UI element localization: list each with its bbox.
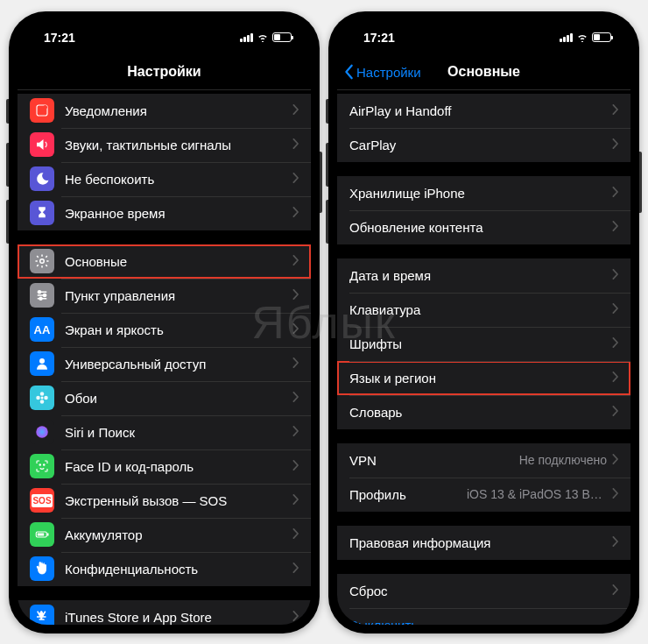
appstore-icon <box>30 605 54 625</box>
row-shutdown[interactable]: Выключить <box>337 608 630 625</box>
chevron-right-icon <box>292 492 299 508</box>
row-sounds[interactable]: Звуки, тактильные сигналы <box>18 128 311 162</box>
row-controlcenter[interactable]: Пункт управления <box>18 279 311 313</box>
row-label: Экранное время <box>65 206 292 221</box>
chevron-right-icon <box>612 452 618 468</box>
row-label: Siri и Поиск <box>65 425 292 440</box>
chevron-right-icon <box>612 370 618 386</box>
chevron-right-icon <box>612 219 618 235</box>
row-label: Конфиденциальность <box>65 562 292 577</box>
row-screentime[interactable]: Экранное время <box>18 196 311 230</box>
svg-point-9 <box>40 400 45 404</box>
back-button[interactable]: Настройки <box>344 64 421 80</box>
row-label: Дата и время <box>349 268 612 283</box>
chevron-right-icon <box>292 205 299 221</box>
row-label: Профиль <box>349 487 467 502</box>
row-accessibility[interactable]: Универсальный доступ <box>18 347 311 381</box>
svg-point-14 <box>44 464 46 466</box>
chevron-right-icon <box>292 103 299 118</box>
chevron-right-icon <box>612 103 618 118</box>
svg-point-13 <box>39 464 41 466</box>
svg-point-6 <box>39 358 45 364</box>
row-label: Словарь <box>349 405 612 420</box>
row-label: Универсальный доступ <box>65 357 292 372</box>
chevron-right-icon <box>612 185 618 201</box>
chevron-right-icon <box>292 609 299 625</box>
row-label: VPN <box>349 453 519 468</box>
svg-point-11 <box>44 396 48 400</box>
svg-point-5 <box>39 297 42 300</box>
row-notifications[interactable]: Уведомления <box>18 94 311 128</box>
row-label: CarPlay <box>349 138 612 152</box>
row-datetime[interactable]: Дата и время <box>337 258 630 293</box>
row-dnd[interactable]: Не беспокоить <box>18 162 311 196</box>
status-time: 17:21 <box>44 31 75 45</box>
chevron-right-icon <box>612 301 618 317</box>
row-detail: Не подключено <box>519 453 607 467</box>
svg-point-3 <box>39 291 41 294</box>
hourglass-icon <box>30 201 54 225</box>
row-refresh[interactable]: Обновление контента <box>337 210 630 244</box>
moon-icon <box>30 166 54 191</box>
sliders-icon <box>30 283 54 308</box>
row-itunes[interactable]: iTunes Store и App Store <box>18 600 311 625</box>
row-keyboard[interactable]: Клавиатура <box>337 293 630 327</box>
row-label: Основные <box>65 254 292 269</box>
nav-bar: Настройки <box>18 55 311 90</box>
svg-point-4 <box>44 294 46 297</box>
chevron-right-icon <box>612 534 618 550</box>
speaker-icon <box>30 132 54 157</box>
row-label: Шрифты <box>349 336 612 351</box>
row-reset[interactable]: Сброс <box>337 574 630 608</box>
row-fonts[interactable]: Шрифты <box>337 327 630 361</box>
phone-left: 17:21 Настройки УведомленияЗвуки, тактил… <box>9 11 320 633</box>
row-label: Язык и регион <box>349 371 612 386</box>
row-label: Уведомления <box>65 103 292 118</box>
row-label: Звуки, тактильные сигналы <box>65 138 292 152</box>
battery-icon <box>592 32 611 42</box>
row-profile[interactable]: ПрофильiOS 13 & iPadOS 13 Beta Software.… <box>337 478 630 512</box>
row-siri[interactable]: Siri и Поиск <box>18 415 311 449</box>
svg-point-7 <box>41 397 44 400</box>
row-display[interactable]: AAЭкран и яркость <box>18 313 311 347</box>
row-wallpaper[interactable]: Обои <box>18 381 311 415</box>
AA-icon: AA <box>30 317 54 342</box>
row-label: Правовая информация <box>349 535 612 550</box>
row-airplay[interactable]: AirPlay и Handoff <box>337 94 630 128</box>
svg-rect-17 <box>47 534 49 536</box>
row-vpn[interactable]: VPNНе подключено <box>337 443 630 478</box>
chevron-right-icon <box>292 424 299 440</box>
svg-point-10 <box>36 396 40 400</box>
back-label: Настройки <box>356 65 421 80</box>
battery-icon <box>30 522 54 547</box>
gear-icon <box>30 249 54 273</box>
chevron-right-icon <box>292 356 299 372</box>
row-legal[interactable]: Правовая информация <box>337 526 630 560</box>
general-list[interactable]: AirPlay и HandoffCarPlayХранилище iPhone… <box>337 90 630 625</box>
cellular-signal-icon <box>560 33 573 42</box>
row-general[interactable]: Основные <box>18 244 311 279</box>
settings-list[interactable]: УведомленияЗвуки, тактильные сигналыНе б… <box>18 90 311 625</box>
row-carplay[interactable]: CarPlay <box>337 128 630 162</box>
row-sos[interactable]: SOSЭкстренный вызов — SOS <box>18 484 311 518</box>
row-language[interactable]: Язык и регион <box>337 361 630 395</box>
cellular-signal-icon <box>240 33 253 42</box>
row-battery[interactable]: Аккумулятор <box>18 518 311 552</box>
svg-point-12 <box>36 426 48 438</box>
chevron-right-icon <box>612 486 618 502</box>
hand-icon <box>30 556 54 581</box>
chevron-right-icon <box>612 336 618 351</box>
row-label: Выключить <box>349 618 618 625</box>
chevron-right-icon <box>292 458 299 474</box>
row-label: Аккумулятор <box>65 527 292 542</box>
row-privacy[interactable]: Конфиденциальность <box>18 552 311 586</box>
row-dictionary[interactable]: Словарь <box>337 395 630 429</box>
battery-icon <box>272 32 292 42</box>
row-faceid[interactable]: Face ID и код-пароль <box>18 449 311 484</box>
svg-point-2 <box>40 259 45 264</box>
face-icon <box>30 454 54 478</box>
row-storage[interactable]: Хранилище iPhone <box>337 176 630 210</box>
chevron-right-icon <box>292 527 299 542</box>
row-label: Экстренный вызов — SOS <box>65 493 292 508</box>
row-label: Обновление контента <box>349 220 612 235</box>
